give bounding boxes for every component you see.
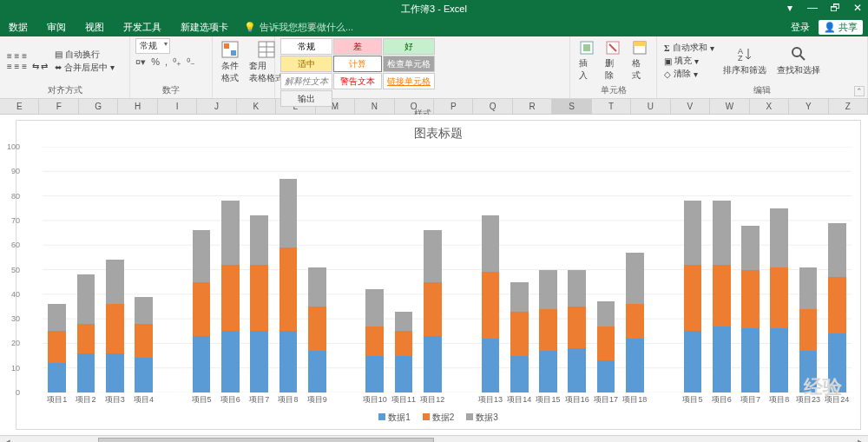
tab-data[interactable]: 数据: [5, 19, 31, 36]
svg-line-16: [800, 56, 805, 60]
chart-plot-area[interactable]: 0102030405060708090100: [43, 147, 852, 393]
close-button[interactable]: ✕: [851, 2, 865, 14]
find-select-button[interactable]: 查找和选择: [773, 43, 824, 78]
wrap-text-button[interactable]: ▤ 自动换行: [53, 49, 116, 61]
svg-point-15: [792, 48, 801, 56]
cell-style[interactable]: 好: [383, 38, 435, 55]
share-button[interactable]: 👤共享: [819, 20, 863, 35]
format-cells-button[interactable]: 格式: [628, 38, 651, 83]
tab-review[interactable]: 审阅: [43, 19, 69, 36]
chart-bars: [43, 147, 852, 393]
align-left-icon[interactable]: ≡ ≡ ≡ ⇆ ⇄: [5, 62, 49, 71]
cell-style[interactable]: 适中: [280, 56, 332, 72]
worksheet-area[interactable]: 图表标题 0102030405060708090100 项目1项目2项目3项目4…: [0, 115, 868, 435]
delete-cells-button[interactable]: 删除: [602, 38, 624, 83]
clear-button[interactable]: ◇清除 ▾: [662, 68, 716, 80]
cell-styles-gallery[interactable]: 常规差好适中计算检查单元格解释性文本警告文本链接单元格输出: [280, 38, 435, 107]
col-header-E[interactable]: E: [0, 99, 39, 114]
cell-style[interactable]: 常规: [280, 38, 332, 55]
inc-decimal-button[interactable]: ⁰₊: [173, 56, 181, 68]
insert-icon: [579, 40, 595, 56]
restore-button[interactable]: 🗗: [828, 2, 842, 14]
tab-view[interactable]: 视图: [82, 19, 108, 36]
col-header-G[interactable]: G: [79, 99, 118, 114]
group-number: 数字: [135, 83, 207, 97]
merge-center-button[interactable]: ⬌ 合并后居中 ▾: [53, 62, 116, 74]
share-icon: 👤: [824, 22, 836, 33]
embedded-chart[interactable]: 图表标题 0102030405060708090100 项目1项目2项目3项目4…: [16, 120, 861, 430]
svg-rect-2: [231, 50, 236, 56]
cell-style[interactable]: 计算: [333, 56, 382, 72]
chart-title[interactable]: 图表标题: [16, 121, 860, 143]
sigma-icon: Σ: [664, 43, 670, 53]
svg-rect-1: [224, 43, 229, 49]
col-header-K[interactable]: K: [237, 99, 276, 114]
col-header-I[interactable]: I: [158, 99, 197, 114]
bulb-icon: 💡: [244, 22, 256, 33]
window-title: 工作簿3 - Excel: [401, 3, 467, 16]
col-header-W[interactable]: W: [710, 99, 749, 114]
eraser-icon: ◇: [664, 69, 671, 79]
chart-legend[interactable]: 数据1数据2数据3: [16, 410, 860, 429]
legend-item[interactable]: 数据1: [378, 412, 411, 424]
dec-decimal-button[interactable]: ⁰₋: [187, 56, 195, 68]
sort-filter-button[interactable]: AZ排序和筛选: [720, 43, 770, 78]
cell-style[interactable]: 差: [333, 38, 382, 55]
scroll-left-button[interactable]: ◀: [0, 438, 14, 442]
ribbon-tabs: 数据 审阅 视图 开发工具 新建选项卡 💡告诉我您想要做什么... 登录 👤共享: [0, 17, 868, 36]
col-header-T[interactable]: T: [592, 99, 631, 114]
autosum-button[interactable]: Σ自动求和 ▾: [662, 42, 716, 54]
horizontal-scrollbar[interactable]: ◀ ▶: [0, 435, 868, 442]
group-alignment: 对齐方式: [5, 83, 124, 97]
tab-developer[interactable]: 开发工具: [120, 19, 165, 36]
svg-rect-12: [634, 42, 646, 46]
tab-custom[interactable]: 新建选项卡: [177, 19, 232, 36]
col-header-J[interactable]: J: [197, 99, 236, 114]
comma-button[interactable]: ,: [165, 56, 168, 68]
conditional-format-button[interactable]: 条件格式: [218, 39, 242, 86]
chart-x-axis: 项目1项目2项目3项目4项目5项目6项目7项目8项目9项目10项目11项目12项…: [43, 394, 852, 410]
table-format-icon: [258, 41, 275, 58]
number-format-combo[interactable]: 常规: [135, 38, 170, 54]
cell-style[interactable]: 解释性文本: [280, 73, 332, 89]
col-header-Y[interactable]: Y: [789, 99, 828, 114]
legend-item[interactable]: 数据2: [423, 412, 455, 424]
insert-cells-button[interactable]: 插入: [575, 38, 598, 83]
svg-text:Z: Z: [738, 54, 743, 63]
ribbon-opts-icon[interactable]: ▾: [783, 2, 797, 14]
scroll-thumb[interactable]: [98, 438, 434, 443]
cell-style[interactable]: 链接单元格: [383, 73, 435, 89]
login-link[interactable]: 登录: [791, 21, 810, 34]
minimize-button[interactable]: —: [806, 2, 819, 14]
col-header-Z[interactable]: Z: [829, 99, 868, 114]
search-icon: [790, 45, 807, 63]
cond-format-icon: [221, 41, 239, 58]
window-controls: ▾ — 🗗 ✕: [783, 2, 865, 14]
col-header-U[interactable]: U: [631, 99, 670, 114]
format-icon: [632, 40, 648, 56]
scroll-right-button[interactable]: ▶: [854, 438, 868, 442]
col-header-V[interactable]: V: [671, 99, 710, 114]
percent-button[interactable]: %: [151, 56, 160, 68]
col-header-X[interactable]: X: [750, 99, 789, 114]
currency-icon[interactable]: ¤▾: [135, 56, 146, 68]
cell-style[interactable]: 输出: [280, 90, 332, 107]
tell-me[interactable]: 💡告诉我您想要做什么...: [244, 21, 353, 34]
svg-rect-8: [583, 44, 590, 51]
col-header-H[interactable]: H: [118, 99, 157, 114]
title-bar: 工作簿3 - Excel ▾ — 🗗 ✕: [0, 0, 868, 17]
ribbon: ≡ ≡ ≡ ≡ ≡ ≡ ⇆ ⇄ ▤ 自动换行 ⬌ 合并后居中 ▾ 对齐方式 常规…: [0, 36, 868, 99]
group-cells: 单元格: [575, 83, 651, 97]
col-header-F[interactable]: F: [39, 99, 78, 114]
legend-item[interactable]: 数据3: [466, 412, 498, 424]
delete-icon: [605, 40, 621, 56]
sort-icon: AZ: [736, 45, 753, 63]
fill-icon: ▣: [664, 56, 672, 66]
align-top-icon[interactable]: ≡ ≡ ≡: [5, 51, 49, 61]
cell-style[interactable]: 警告文本: [333, 73, 382, 89]
scroll-track[interactable]: [14, 438, 854, 443]
cell-style[interactable]: 检查单元格: [383, 56, 435, 72]
collapse-ribbon-icon[interactable]: ⌃: [854, 86, 865, 96]
fill-button[interactable]: ▣填充 ▾: [662, 55, 716, 67]
group-editing: 编辑: [662, 83, 862, 97]
